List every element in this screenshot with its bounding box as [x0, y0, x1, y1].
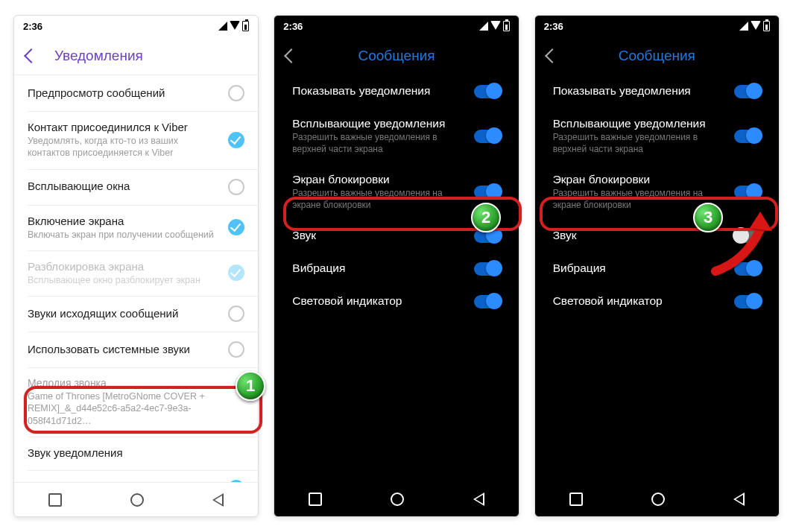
radio-unchecked-icon[interactable] [228, 341, 244, 358]
step-badge-3: 3 [693, 203, 723, 232]
toggle-switch[interactable] [474, 186, 501, 199]
row-title: Всплывающие уведомления [553, 117, 725, 130]
row-title: Показывать уведомления [292, 84, 464, 98]
header-title: Уведомления [54, 48, 143, 64]
row-title: Звук [553, 229, 725, 242]
row-subtitle: Game of Thrones [MetroGNome COVER + REMI… [28, 390, 244, 427]
settings-row: Мелодия звонкаGame of Thrones [MetroGNom… [14, 367, 258, 437]
radio-unchecked-icon[interactable] [228, 305, 244, 322]
battery-icon [503, 21, 510, 31]
row-title: Всплывающие окна [28, 180, 219, 192]
toggle-switch[interactable] [474, 262, 501, 276]
check-icon[interactable] [228, 480, 244, 482]
status-time: 2:36 [544, 21, 563, 32]
phone-dark-before: 2:36 Сообщения Показывать уведомленияВсп… [274, 15, 519, 517]
header-title: Сообщения [619, 48, 695, 64]
toggle-switch[interactable] [474, 130, 501, 143]
settings-row[interactable]: Вибрация [535, 253, 779, 285]
row-subtitle: Уведомлять, когда кто-то из ваших контак… [28, 135, 219, 159]
step-badge-1: 1 [236, 371, 265, 401]
back-button[interactable] [23, 48, 40, 64]
settings-row[interactable]: Всплывающие окна [14, 169, 258, 205]
radio-unchecked-icon[interactable] [228, 179, 244, 195]
row-title: Контакт присоединился к Viber [28, 121, 219, 133]
row-text: Показывать уведомления [292, 84, 464, 99]
toggle-switch[interactable] [734, 229, 761, 243]
battery-icon [763, 21, 770, 31]
signal-icon [479, 22, 488, 31]
toggle-switch[interactable] [734, 295, 761, 308]
toggle-switch[interactable] [474, 295, 501, 308]
settings-row[interactable]: Вибрация при звонке [14, 470, 258, 482]
row-title: Использовать системные звуки [28, 343, 219, 355]
status-bar: 2:36 [535, 16, 779, 37]
check-disabled-icon [228, 265, 244, 281]
nav-recent-icon[interactable] [48, 493, 62, 507]
settings-row[interactable]: Включение экранаВключать экран при получ… [14, 205, 258, 250]
settings-row[interactable]: Показывать уведомления [274, 75, 518, 108]
nav-back-icon[interactable] [473, 493, 484, 506]
check-icon[interactable] [228, 132, 244, 148]
status-bar: 2:36 [14, 16, 258, 37]
row-subtitle: Разрешить важные уведомления в верхней ч… [553, 132, 725, 155]
row-text: Показывать уведомления [553, 84, 725, 99]
signal-icon [739, 22, 748, 31]
nav-home-icon[interactable] [130, 493, 144, 507]
settings-row[interactable]: Звук уведомления [14, 437, 258, 470]
row-title: Мелодия звонка [28, 377, 244, 389]
row-title: Звук уведомления [28, 446, 244, 459]
header-title: Сообщения [358, 48, 435, 64]
settings-row[interactable]: Показывать уведомления [535, 75, 779, 108]
status-bar: 2:36 [274, 16, 518, 37]
back-button[interactable] [544, 48, 560, 64]
settings-list: Показывать уведомленияВсплывающие уведом… [535, 75, 779, 482]
row-title: Всплывающие уведомления [292, 117, 464, 130]
settings-row[interactable]: Световой индикатор [274, 285, 518, 318]
nav-bar [535, 482, 779, 516]
status-time: 2:36 [23, 21, 42, 32]
settings-row[interactable]: Разблокировка экранаВсплывающее окно раз… [14, 250, 258, 296]
settings-row[interactable]: Всплывающие уведомленияРазрешить важные … [274, 108, 518, 164]
settings-row[interactable]: Экран блокировкиРазрешить важные уведомл… [535, 164, 779, 220]
settings-row[interactable]: Вибрация [274, 253, 518, 285]
nav-back-icon[interactable] [733, 493, 745, 506]
row-text: Разблокировка экранаВсплывающее окно раз… [28, 260, 219, 286]
nav-bar [274, 482, 518, 516]
settings-row[interactable]: Звук [535, 220, 779, 253]
back-button[interactable] [283, 48, 300, 64]
nav-bar [14, 482, 258, 516]
row-title: Предпросмотр сообщений [28, 86, 219, 99]
row-text: Вибрация при звонке [28, 481, 219, 482]
step-badge-label: 1 [246, 376, 255, 396]
row-text: Звук [553, 229, 725, 244]
settings-row[interactable]: Звуки исходящих сообщений [14, 296, 258, 332]
settings-row[interactable]: Контакт присоединился к ViberУведомлять,… [14, 111, 258, 169]
battery-icon [242, 21, 249, 31]
phone-dark-after: 2:36 Сообщения Показывать уведомленияВсп… [534, 15, 780, 517]
settings-row[interactable]: Световой индикатор [535, 285, 779, 318]
row-title: Вибрация [553, 262, 725, 275]
settings-row[interactable]: Использовать системные звуки [14, 332, 258, 367]
toggle-switch[interactable] [474, 85, 501, 98]
arrow-left-icon [284, 48, 299, 63]
check-icon[interactable] [228, 219, 244, 235]
settings-row[interactable]: Предпросмотр сообщений [14, 75, 258, 111]
row-text: Контакт присоединился к ViberУведомлять,… [28, 121, 219, 159]
row-title: Включение экрана [28, 215, 219, 227]
nav-recent-icon[interactable] [569, 493, 583, 506]
header: Уведомления [14, 37, 258, 75]
toggle-switch[interactable] [734, 85, 761, 98]
nav-home-icon[interactable] [391, 493, 404, 506]
nav-recent-icon[interactable] [309, 493, 322, 506]
radio-unchecked-icon[interactable] [228, 85, 244, 101]
phone-light: 2:36 Уведомления Предпросмотр сообщенийК… [13, 15, 259, 517]
toggle-switch[interactable] [734, 186, 761, 199]
toggle-switch[interactable] [734, 262, 761, 276]
step-badge-label: 3 [704, 208, 713, 227]
nav-back-icon[interactable] [212, 493, 224, 507]
settings-row[interactable]: Всплывающие уведомленияРазрешить важные … [535, 108, 779, 164]
nav-home-icon[interactable] [651, 493, 665, 506]
row-title: Экран блокировки [292, 173, 464, 186]
row-text: Вибрация [553, 262, 725, 276]
toggle-switch[interactable] [734, 130, 761, 143]
